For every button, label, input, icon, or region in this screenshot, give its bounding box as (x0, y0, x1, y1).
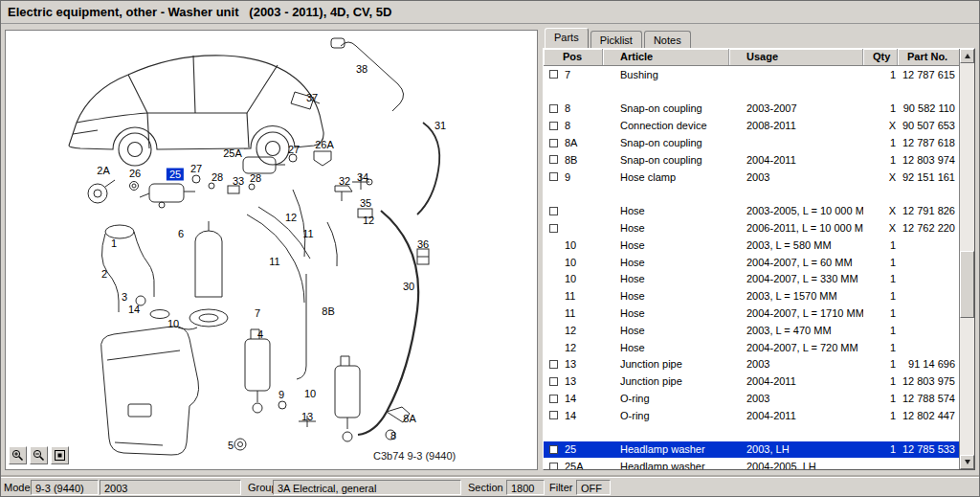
table-row[interactable]: 8Snap-on coupling2003-2007190 582 110 (544, 101, 959, 118)
row-checkbox[interactable] (549, 224, 558, 233)
col-header-usage[interactable]: Usage (729, 49, 863, 65)
table-row[interactable]: 9Hose clamp2003X92 151 161 (544, 169, 959, 186)
diagram-callout[interactable]: 8 (390, 430, 396, 442)
table-row[interactable]: 13Junction pipe2003191 14 696 (544, 356, 959, 373)
row-checkbox[interactable] (549, 172, 558, 181)
diagram-callout[interactable]: 7 (255, 307, 260, 320)
pos-number: 10 (565, 273, 576, 284)
cell-article: Bushing (603, 69, 729, 80)
cell-article: Hose (603, 307, 729, 319)
table-row[interactable]: 11Hose2004-2007, L = 1710 MM1 (544, 305, 959, 322)
col-header-part[interactable]: Part No. (898, 49, 959, 65)
vertical-scrollbar[interactable] (959, 49, 974, 469)
diagram-callout[interactable]: 33 (233, 175, 244, 188)
tab-notes[interactable]: Notes (644, 31, 691, 48)
diagram-callout[interactable]: 2 (101, 268, 107, 281)
diagram-callout[interactable]: 11 (269, 256, 279, 268)
scrollbar-thumb[interactable] (960, 251, 974, 318)
row-checkbox[interactable] (549, 377, 558, 386)
tab-parts[interactable]: Parts (545, 28, 589, 48)
diagram-callout[interactable]: 31 (434, 120, 446, 132)
cell-usage: 2003, L = 1570 MM (729, 290, 863, 302)
diagram-callout[interactable]: 6 (178, 228, 184, 240)
table-row[interactable]: 12Hose2004-2007, L = 720 MM1 (544, 339, 959, 356)
row-checkbox[interactable] (549, 70, 558, 79)
zoom-in-button[interactable] (9, 446, 27, 464)
table-row[interactable]: 10Hose2004-2007, L = 60 MM1 (544, 254, 959, 271)
checkbox-slot (549, 377, 565, 386)
diagram-callout[interactable]: 27 (288, 144, 300, 156)
pos-number: 14 (565, 410, 576, 421)
diagram-callout[interactable]: 1 (111, 237, 117, 250)
diagram-callout[interactable]: 13 (301, 411, 313, 423)
diagram-callout[interactable]: 14 (128, 304, 140, 316)
diagram-callout[interactable]: 5 (228, 440, 234, 452)
diagram-callout[interactable]: 8B (322, 305, 334, 318)
diagram-callout[interactable]: 36 (417, 238, 429, 251)
diagram-callout[interactable]: 26A (315, 139, 334, 151)
fit-view-button[interactable] (51, 446, 69, 464)
diagram-callout[interactable]: 35 (360, 197, 371, 210)
diagram-callout[interactable]: 34 (357, 171, 368, 184)
diagram-callout[interactable]: 3 (122, 291, 127, 304)
col-header-pos[interactable]: Pos (544, 49, 603, 65)
checkbox-slot (549, 207, 565, 215)
table-row[interactable]: 14O-ring2004-2011112 802 447 (544, 407, 959, 424)
row-checkbox[interactable] (549, 445, 558, 454)
diagram-callout[interactable]: 38 (356, 63, 368, 76)
table-row[interactable]: 11Hose2003, L = 1570 MM1 (544, 287, 959, 305)
diagram-callout[interactable]: 12 (285, 212, 297, 224)
table-row[interactable]: 8BSnap-on coupling2004-2011112 803 974 (544, 151, 959, 169)
row-checkbox[interactable] (549, 463, 558, 469)
diagram-callout[interactable]: 10 (167, 318, 179, 330)
diagram-callout[interactable]: 11 (302, 228, 313, 240)
col-header-qty[interactable]: Qty (863, 49, 898, 65)
diagram-callout[interactable]: 26 (129, 168, 141, 180)
row-checkbox[interactable] (549, 139, 558, 147)
cell-usage: 2004-2007, L = 720 MM (729, 342, 863, 353)
row-checkbox[interactable] (549, 122, 558, 130)
table-row[interactable]: Hose2003-2005, L = 10 000 MMX12 791 826 (544, 202, 959, 219)
cell-pos: 25A (544, 461, 603, 469)
table-row[interactable]: 8ASnap-on coupling112 787 618 (544, 134, 959, 151)
table-row[interactable]: 10Hose2004-2007, L = 330 MM1 (544, 271, 959, 288)
table-spacer-row (544, 186, 959, 203)
diagram-callout[interactable]: 12 (363, 215, 374, 227)
diagram-callout[interactable]: 28 (212, 171, 223, 184)
table-row[interactable]: Hose2006-2011, L = 10 000 MMX12 762 220 (544, 219, 959, 237)
table-row[interactable]: 7Bushing112 787 615 (544, 66, 959, 83)
table-row[interactable]: 12Hose2003, L = 470 MM1 (544, 322, 959, 339)
diagram-callout[interactable]: 2A (97, 165, 109, 177)
table-row[interactable]: 8Connection device2008-2011X90 507 653 (544, 117, 959, 134)
diagram-callout[interactable]: 27 (190, 163, 202, 175)
diagram-callout-selected[interactable]: 25 (167, 169, 184, 181)
table-row[interactable]: 10Hose2003, L = 580 MM1 (544, 237, 959, 254)
row-checkbox[interactable] (549, 104, 558, 113)
zoom-out-button[interactable] (30, 446, 48, 464)
tab-picklist[interactable]: Picklist (590, 31, 642, 48)
diagram-callout[interactable]: 30 (403, 281, 414, 293)
row-checkbox[interactable] (549, 411, 558, 419)
table-row[interactable]: 25AHeadlamp washer2004-2005, LH (544, 458, 959, 469)
row-checkbox[interactable] (549, 155, 558, 164)
row-checkbox[interactable] (549, 360, 558, 369)
table-row[interactable]: 13Junction pipe2004-2011112 803 975 (544, 373, 959, 390)
diagram-callout[interactable]: 4 (257, 328, 263, 341)
col-header-article[interactable]: Article (603, 49, 729, 65)
scroll-up-button[interactable] (960, 49, 974, 63)
scroll-down-button[interactable] (960, 455, 974, 469)
diagram-callout[interactable]: 25A (223, 147, 242, 160)
cell-part: 12 803 974 (898, 154, 959, 166)
table-row[interactable]: 14O-ring2003112 788 574 (544, 390, 959, 407)
row-checkbox[interactable] (549, 395, 558, 403)
diagram-callout[interactable]: 9 (278, 389, 284, 401)
cell-usage: 2003, L = 580 MM (729, 239, 863, 251)
cell-pos (544, 207, 603, 215)
diagram-callout[interactable]: 32 (339, 175, 350, 188)
diagram-callout[interactable]: 10 (304, 388, 316, 400)
diagram-callout[interactable]: 8A (403, 413, 415, 425)
table-row[interactable]: 25Headlamp washer2003, LH112 785 533 (544, 441, 959, 459)
row-checkbox[interactable] (549, 207, 558, 215)
diagram-callout[interactable]: 28 (250, 172, 261, 185)
diagram-callout[interactable]: 37 (306, 92, 318, 104)
